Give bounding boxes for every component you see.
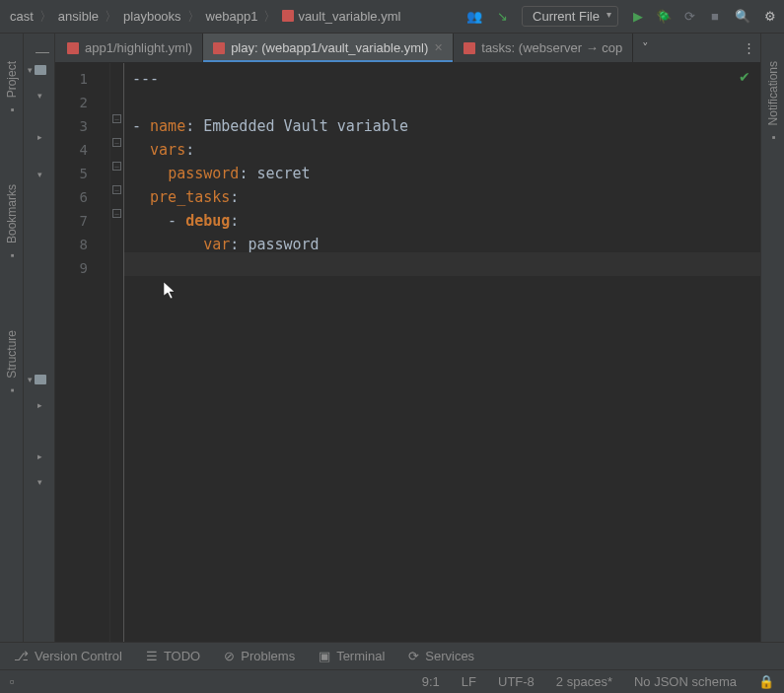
tab-label: app1/highlight.yml) [85,40,192,55]
breadcrumb-sep-icon: 〉 [187,8,200,26]
code-line[interactable] [132,91,752,114]
code-line[interactable]: - debug: [132,209,752,233]
problems-icon: ⊘ [224,649,235,663]
yaml-file-icon [282,10,294,22]
breadcrumb-item[interactable]: ansible [54,7,103,26]
project-tree-gutter[interactable]: — ▾ ▾ ▸ ▾ ▾ ▸ ▸ ▾ [24,34,55,642]
fold-toggle-icon[interactable]: – [112,209,121,218]
code-line[interactable]: pre_tasks: [132,185,752,209]
chevron-right-icon[interactable]: ▸ [37,132,42,142]
json-schema[interactable]: No JSON schema [634,674,737,689]
toolwindow-terminal[interactable]: ▣Terminal [319,649,385,663]
left-tool-stripe: ▪Project▪Bookmarks▪Structure [0,34,24,642]
chevron-right-icon[interactable]: ▸ [37,400,42,410]
chevron-down-icon[interactable]: ▾ [28,65,33,75]
lock-icon[interactable]: 🔒 [758,674,774,689]
line-ending[interactable]: LF [462,674,476,689]
bottom-toolwindow-bar: ⎇Version Control☰TODO⊘Problems▣Terminal⟳… [0,642,784,669]
encoding[interactable]: UTF-8 [498,674,535,689]
tool-label: Terminal [336,649,385,663]
notifications-icon: ▪ [767,131,779,143]
editor-tab[interactable]: tasks: (webserver → cop [454,34,633,62]
run-config-select[interactable]: Current File [522,6,618,27]
indent[interactable]: 2 spaces* [556,674,612,689]
current-line-highlight [124,252,760,276]
toolwindow-version-control[interactable]: ⎇Version Control [14,649,122,663]
stop-icon[interactable]: ■ [707,9,723,25]
chevron-down-icon[interactable]: ▾ [37,91,42,101]
breadcrumb-sep-icon: 〉 [39,8,52,26]
editor-tab[interactable]: play: (webapp1/vault_variable.yml)✕ [203,34,454,62]
toolwindow-project[interactable]: ▪Project [5,61,19,115]
line-number: 1 [55,67,109,91]
breadcrumb[interactable]: cast〉ansible〉playbooks〉webapp1〉vault_var… [6,7,404,26]
top-toolbar: cast〉ansible〉playbooks〉webapp1〉vault_var… [0,0,784,34]
toolwindow-problems[interactable]: ⊘Problems [224,649,295,663]
chevron-down-icon[interactable]: ▾ [28,375,33,384]
run-icon[interactable]: ▶ [630,9,646,25]
fold-toggle-icon[interactable]: – [112,162,121,171]
folder-icon [35,65,46,75]
toolwindow-notifications[interactable]: ▪Notifications [766,61,780,143]
code-line[interactable]: --- [132,67,752,91]
fold-toggle-icon[interactable]: – [112,185,121,194]
tab-label: play: (webapp1/vault_variable.yml) [231,40,428,55]
collapse-icon[interactable]: — [36,43,49,59]
toolwindow-bookmarks[interactable]: ▪Bookmarks [5,184,19,261]
gear-icon[interactable]: ⚙ [762,9,778,25]
inspection-ok-icon[interactable]: ✔ [739,69,750,85]
chevron-down-icon[interactable]: ▾ [37,170,42,179]
tab-label: tasks: (webserver → cop [481,40,622,55]
bookmarks-icon: ▪ [6,249,18,261]
yaml-file-icon [67,42,79,54]
fold-toggle-icon[interactable]: – [112,138,121,147]
todo-icon: ☰ [146,649,158,663]
close-icon[interactable]: ✕ [434,41,443,54]
editor-tab[interactable]: app1/highlight.yml) [57,34,203,62]
fold-gutter[interactable]: ––––– [110,63,124,642]
search-icon[interactable]: 🔍 [735,9,750,25]
debug-icon[interactable]: 🪲 [656,9,672,25]
line-number: 9 [55,256,109,280]
chevron-right-icon[interactable]: ▸ [37,451,42,461]
tool-label: TODO [164,649,200,663]
breadcrumb-item[interactable]: webapp1 [202,7,262,26]
toolwindow-structure[interactable]: ▪Structure [5,330,19,396]
fold-toggle-icon[interactable]: – [112,114,121,123]
breadcrumb-item[interactable]: vault_variable.yml [278,7,404,26]
line-number-gutter: 123456789 [55,63,110,642]
caret-position[interactable]: 9:1 [422,674,440,689]
tool-label: Problems [241,649,295,663]
version-control-icon: ⎇ [14,649,29,663]
folder-icon [35,375,46,384]
line-number: 4 [55,138,109,162]
breadcrumb-item[interactable]: playbooks [119,7,185,26]
breadcrumb-sep-icon: 〉 [105,8,117,26]
right-tool-stripe: ▪Notifications [760,34,784,642]
project-icon: ▪ [6,104,18,115]
code-area[interactable]: ---- name: Embedded Vault variable vars:… [124,63,760,642]
yaml-file-icon [213,42,225,54]
status-widget-toggle-icon[interactable]: ▫ [10,674,15,689]
line-number: 5 [55,162,109,185]
run-config-label: Current File [533,9,600,24]
terminal-icon: ▣ [319,649,330,663]
toolwindow-services[interactable]: ⟳Services [408,649,474,663]
line-number: 8 [55,233,109,256]
users-icon[interactable]: 👥 [466,9,482,25]
mouse-cursor-icon [164,282,176,300]
toolwindow-todo[interactable]: ☰TODO [146,649,200,663]
build-icon[interactable]: ↘ [494,9,510,25]
chevron-down-icon[interactable]: ▾ [37,477,42,487]
code-line[interactable]: password: secret [132,162,752,185]
structure-icon: ▪ [6,384,18,396]
tabs-overflow-icon[interactable]: ˅ [633,34,657,62]
coverage-icon[interactable]: ⟳ [681,9,697,25]
line-number: 2 [55,91,109,114]
line-number: 3 [55,114,109,138]
tabs-menu-icon[interactable]: ⋮ [737,34,760,62]
code-line[interactable]: - name: Embedded Vault variable [132,114,752,138]
breadcrumb-item[interactable]: cast [6,7,37,26]
services-icon: ⟳ [408,649,419,663]
code-line[interactable]: vars: [132,138,752,162]
